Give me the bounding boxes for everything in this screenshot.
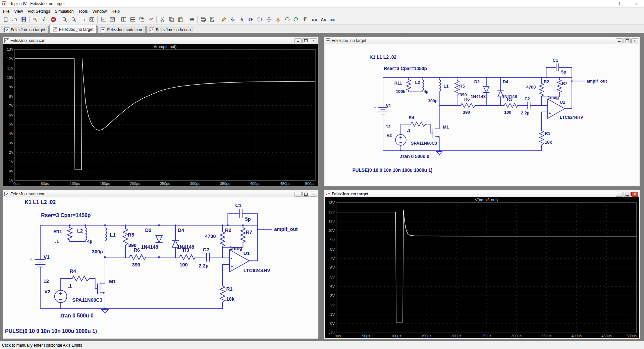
label-l2[interactable]: L2 <box>77 228 83 234</box>
paste-icon[interactable] <box>176 15 185 24</box>
net-label-ampif-out[interactable]: ampif_out <box>587 79 607 84</box>
child-maximize-button[interactable] <box>624 38 631 43</box>
mosfet-m1[interactable] <box>433 128 439 139</box>
mirror-icon[interactable]: EE <box>310 15 319 24</box>
value-m1[interactable]: SPA11N60C3 <box>72 297 102 303</box>
value-l1[interactable]: 300µ <box>92 249 103 254</box>
label-r6[interactable]: R6 <box>133 247 140 253</box>
diode-d2[interactable] <box>156 236 162 243</box>
child-title-bar[interactable]: FelezJoo_no target × <box>325 37 639 44</box>
directive-coupling[interactable]: K1 L1 L2 .02 <box>25 199 56 205</box>
resistor-r6[interactable] <box>461 103 475 108</box>
value-u1[interactable]: LTC6244HV <box>244 268 271 273</box>
child-close-button[interactable]: × <box>631 192 638 197</box>
label-d2[interactable]: D2 <box>145 228 152 233</box>
label-v1[interactable]: V1 <box>44 254 50 260</box>
tab-felezjoo-no-target-schematic[interactable]: FelezJoo_no target <box>1 26 49 34</box>
schematic-canvas-no-target[interactable]: K1 L1 L2 .02 Rser=3 Cpar=1450p R11 100k … <box>325 44 639 186</box>
place-text-icon[interactable]: Aa <box>319 15 328 24</box>
resistor-r5[interactable] <box>123 229 128 246</box>
value-r2[interactable]: 4700 <box>205 234 216 239</box>
label-r1[interactable]: R1 <box>226 286 232 292</box>
move-icon[interactable] <box>264 15 273 24</box>
child-close-button[interactable]: × <box>310 38 317 43</box>
directive-pulse[interactable]: PULSE(0 10 0 10n 10n 100u 1000u 1) <box>5 328 97 334</box>
label-u1[interactable]: U1 <box>560 100 565 105</box>
save-icon[interactable] <box>19 15 28 24</box>
label-r4[interactable]: R4 <box>409 115 414 120</box>
resistor-r7[interactable] <box>557 80 561 93</box>
place-ground-icon[interactable] <box>228 15 237 24</box>
schematic-svg[interactable]: K1 L1 L2 .02 Rser=3 Cpar=1450p R11 .1 L2… <box>3 197 318 338</box>
label-r4[interactable]: R4 <box>70 268 76 274</box>
child-title-bar[interactable]: FelezJoo_soda can × <box>3 191 318 197</box>
maximize-button[interactable] <box>614 0 629 7</box>
tab-felezjoo-soda-can-waveform[interactable]: FelezJoo_soda can <box>146 26 194 34</box>
label-r5[interactable]: R5 <box>128 232 134 238</box>
label-l1[interactable]: L1 <box>110 232 116 238</box>
source-v2[interactable] <box>395 135 406 145</box>
child-window-schematic-no-target[interactable]: FelezJoo_no target × <box>324 37 640 187</box>
child-minimize-button[interactable] <box>294 192 302 197</box>
label-r1[interactable]: R1 <box>545 131 550 136</box>
capacitor-c2[interactable] <box>207 253 210 261</box>
title-bar[interactable]: LT LTspice IV - FelezJoo_no target × <box>0 0 644 8</box>
capacitor-c1[interactable] <box>556 64 558 71</box>
child-window-schematic-soda-can[interactable]: FelezJoo_soda can × <box>3 190 319 339</box>
inductor-l1[interactable] <box>105 228 107 241</box>
resistor-r7[interactable] <box>240 228 246 242</box>
plot-settings-icon[interactable] <box>108 15 117 24</box>
value-r1[interactable]: 18k <box>226 296 234 302</box>
net-label-ampif-out[interactable]: ampif_out <box>274 227 298 232</box>
control-panel-icon[interactable] <box>31 15 40 24</box>
menu-file[interactable]: File <box>1 8 12 14</box>
label-m1[interactable]: M1 <box>109 279 116 284</box>
label-r3[interactable]: R3 <box>507 97 513 102</box>
value-r5[interactable]: 390 <box>128 243 137 248</box>
value-r4[interactable]: .1 <box>407 128 411 133</box>
halt-simulation-icon[interactable] <box>49 15 58 24</box>
label-d4[interactable]: D4 <box>503 79 508 84</box>
label-u1[interactable]: U1 <box>244 251 250 256</box>
value-r7[interactable]: 1meg <box>229 245 242 251</box>
drag-icon[interactable] <box>273 15 282 24</box>
label-v2[interactable]: V2 <box>386 133 392 138</box>
child-maximize-button[interactable] <box>624 192 631 197</box>
tab-felezjoo-soda-can-schematic[interactable]: FelezJoo_soda can <box>97 26 145 34</box>
menu-help[interactable]: Help <box>109 8 122 14</box>
directive-rser[interactable]: Rser=3 Cpar=1450p <box>41 212 91 218</box>
cut-icon[interactable] <box>158 15 167 24</box>
label-c1[interactable]: C1 <box>235 203 241 208</box>
label-v1[interactable]: V1 <box>386 103 391 108</box>
label-r7[interactable]: R7 <box>562 81 567 86</box>
zoom-area-icon[interactable] <box>78 15 87 24</box>
resistor-r2[interactable] <box>539 83 544 96</box>
value-c1[interactable]: 5p <box>561 69 566 74</box>
directive-tran[interactable]: .tran 0 500u 0 <box>400 154 430 159</box>
find-icon[interactable] <box>187 15 196 24</box>
label-l2[interactable]: L2 <box>415 80 420 85</box>
capacitor-c2[interactable] <box>528 102 530 109</box>
value-r1[interactable]: 18k <box>545 140 552 145</box>
label-r11[interactable]: R11 <box>53 229 62 234</box>
value-l2[interactable]: 4µ <box>424 89 428 94</box>
directive-coupling[interactable]: K1 L1 L2 .02 <box>369 54 396 60</box>
place-net-label-icon[interactable]: A <box>237 15 246 24</box>
resistor-r11[interactable] <box>407 80 411 90</box>
label-l1[interactable]: L1 <box>443 84 448 89</box>
mosfet-m1[interactable] <box>98 282 104 295</box>
label-c2[interactable]: C2 <box>525 96 530 101</box>
minimize-button[interactable] <box>599 0 614 7</box>
value-l2[interactable]: 4µ <box>87 239 93 244</box>
print-preview-icon[interactable] <box>208 15 217 24</box>
child-title-bar[interactable]: FelezJoo_no target × <box>325 191 639 197</box>
child-window-plot-no-target[interactable]: FelezJoo_no target × 0µs50µs100µs150µs20… <box>324 190 640 339</box>
directive-pulse[interactable]: PULSE(0 10 0 10n 10n 100u 1000u 1) <box>352 167 432 173</box>
value-r2[interactable]: 4700 <box>526 85 536 90</box>
label-c2[interactable]: C2 <box>203 247 209 252</box>
menu-simulation[interactable]: Simulation <box>53 8 76 14</box>
menu-tools[interactable]: Tools <box>76 8 90 14</box>
value-c2[interactable]: 2.2µ <box>199 263 209 268</box>
place-component-icon[interactable] <box>255 15 264 24</box>
resistor-r4[interactable] <box>72 276 89 281</box>
